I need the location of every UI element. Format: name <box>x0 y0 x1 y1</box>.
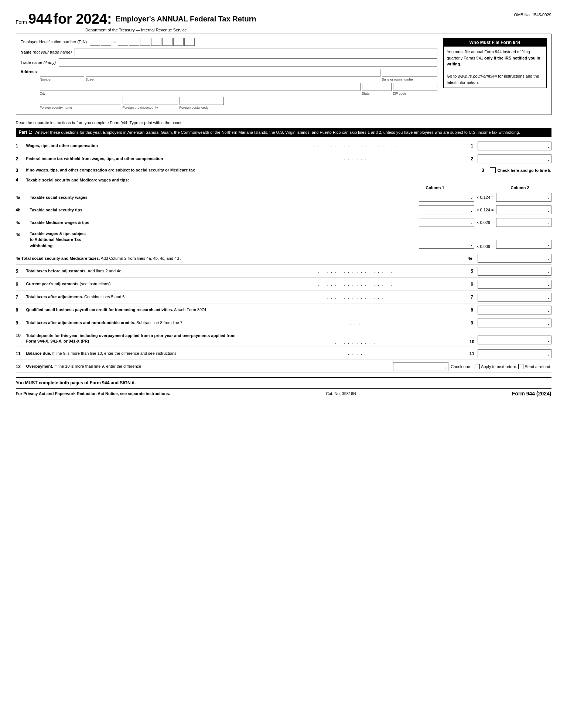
line-3-ref: 3 <box>477 168 488 173</box>
line-10-number: 10 <box>16 332 26 338</box>
page-container: Form 944 for 2024: Employer's ANNUAL Fed… <box>16 11 551 397</box>
line-4c-label: 4c <box>16 220 30 225</box>
line-4e-desc: 4e Total social security and Medicare ta… <box>16 256 463 261</box>
line-4-desc: Taxable social security and Medicare wag… <box>26 178 129 182</box>
line-11: 11 Balance due. If line 9 is more than l… <box>16 348 551 360</box>
ein-box-8[interactable] <box>173 38 184 46</box>
line-4d-desc: Taxable wages & tips subjectto Additiona… <box>30 231 419 249</box>
line-4b-col1[interactable] <box>419 205 474 214</box>
line-2-input[interactable] <box>478 154 551 163</box>
line-10-input[interactable] <box>478 336 551 344</box>
line-3-checkbox[interactable] <box>490 167 496 173</box>
line-4c-col2[interactable] <box>496 218 551 227</box>
ein-box-4[interactable] <box>129 38 139 46</box>
ein-box-3[interactable] <box>118 38 128 46</box>
omb-line: OMB No. 1545-0029 <box>514 13 551 17</box>
line-9: 9 Total taxes after adjustments and nonr… <box>16 317 551 329</box>
line-7-desc: Total taxes after adjustments. Combine l… <box>26 294 245 300</box>
line-4e-input[interactable] <box>478 254 551 263</box>
address-row3 <box>40 97 437 105</box>
who-must-file-header: Who Must File Form 944 <box>444 38 546 47</box>
addr-city-input[interactable] <box>40 83 361 91</box>
must-complete: You MUST complete both pages of Form 944… <box>16 380 551 385</box>
form-prefix: Form <box>16 19 27 25</box>
line-7-dots: . . . . . . . . . . . . . . <box>245 295 467 299</box>
line-9-dots: . . . <box>245 321 467 325</box>
line-6-number: 6 <box>16 282 26 287</box>
line-1-ref: 1 <box>467 143 478 149</box>
ein-row: Employer identification number (EIN) – <box>21 38 437 46</box>
line-10-ref: 10 <box>467 339 478 344</box>
apply-next-checkbox[interactable] <box>475 364 480 369</box>
line-9-input[interactable] <box>478 319 551 327</box>
line-4b-col2[interactable] <box>496 205 551 214</box>
addr-foreign-postal-label: Foreign postal code <box>180 106 224 109</box>
line-4a-col1[interactable] <box>419 193 474 202</box>
line-2-number: 2 <box>16 156 26 161</box>
addr-suite-label: Suite or room number <box>382 78 437 81</box>
trade-input[interactable] <box>59 58 437 67</box>
line-4a-col2[interactable] <box>496 193 551 202</box>
line-2-dots: . . . . . . <box>245 157 467 161</box>
col-headers: Column 1 Column 2 <box>16 186 551 190</box>
line-6-desc: Current year's adjustments (see instruct… <box>26 281 245 287</box>
ein-box-9[interactable] <box>184 38 195 46</box>
addr-city-label: City <box>40 92 361 95</box>
line-4e-ref: 4e <box>463 256 478 261</box>
addr-zip-input[interactable] <box>393 83 437 91</box>
line-1-input[interactable] <box>478 142 551 150</box>
line-4a-label: 4a <box>16 195 30 200</box>
line-4c-multiplier: × 0.029 = <box>474 220 496 225</box>
ein-box-1[interactable] <box>90 38 100 46</box>
line-5-input[interactable] <box>478 267 551 276</box>
addr-state-input[interactable] <box>362 83 392 91</box>
line-4a-desc: Taxable social security wages <box>30 195 419 200</box>
line-1-desc: Wages, tips, and other compensation <box>26 143 245 149</box>
line-2: 2 Federal income tax withheld from wages… <box>16 153 551 165</box>
line-6: 6 Current year's adjustments (see instru… <box>16 278 551 290</box>
line-8-desc: Qualified small business payroll tax cre… <box>26 307 467 313</box>
irs-link[interactable]: www.irs.gov/Form944 <box>458 74 497 78</box>
name-input[interactable] <box>75 48 437 56</box>
line-1: 1 Wages, tips, and other compensation . … <box>16 140 551 152</box>
line-11-desc: Balance due. If line 9 is more than line… <box>26 351 245 356</box>
line-3-number: 3 <box>16 168 26 173</box>
line-11-number: 11 <box>16 351 26 356</box>
line-8-input[interactable] <box>478 306 551 314</box>
form-number-line: Form 944 for 2024: Employer's ANNUAL Fed… <box>16 11 256 27</box>
line-5-dots: . . . . . . . . . . . . . . . . . . <box>245 269 467 273</box>
part1-label: Part 1: <box>19 129 33 135</box>
addr-foreign-postal-input[interactable] <box>180 97 224 105</box>
send-refund-checkbox[interactable] <box>518 364 523 369</box>
name-row: Name (not your trade name) <box>21 48 437 56</box>
line-4a: 4a Taxable social security wages × 0.124… <box>16 192 551 203</box>
line-12-input[interactable] <box>393 362 448 371</box>
address-row1 <box>40 69 437 77</box>
ein-box-6[interactable] <box>151 38 161 46</box>
line-4d-col2[interactable] <box>496 240 551 249</box>
line-3: 3 If no wages, tips, and other compensat… <box>16 166 551 175</box>
addr-suite-input[interactable] <box>382 69 437 77</box>
ein-box-2[interactable] <box>101 38 111 46</box>
line-6-dots: . . . . . . . . . . . . . . . . . . <box>245 282 467 286</box>
address-row2 <box>40 83 437 91</box>
line-11-dots: . . . . <box>245 351 467 356</box>
line-11-input[interactable] <box>478 349 551 358</box>
line-4-header: 4 Taxable social security and Medicare w… <box>16 176 551 184</box>
line-7-input[interactable] <box>478 293 551 302</box>
ein-box-7[interactable] <box>162 38 173 46</box>
addr-street-input[interactable] <box>86 69 380 77</box>
form-big-number: 944 <box>28 11 52 27</box>
line-4c-col1[interactable] <box>419 218 474 227</box>
name-label: Name (not your trade name) <box>21 50 72 54</box>
line-8-number: 8 <box>16 307 26 313</box>
address-fields: Number Street Suite or room number City … <box>40 69 437 111</box>
addr-foreign-country-input[interactable] <box>40 97 121 105</box>
line-6-input[interactable] <box>478 280 551 289</box>
line-4d-col1[interactable] <box>419 240 474 249</box>
line-4a-multiplier: × 0.124 = <box>474 195 496 200</box>
ein-box-5[interactable] <box>140 38 150 46</box>
addr-number-input[interactable] <box>40 69 84 77</box>
line-4d-multiplier: × 0.009 = <box>474 244 496 249</box>
addr-foreign-province-input[interactable] <box>123 97 178 105</box>
